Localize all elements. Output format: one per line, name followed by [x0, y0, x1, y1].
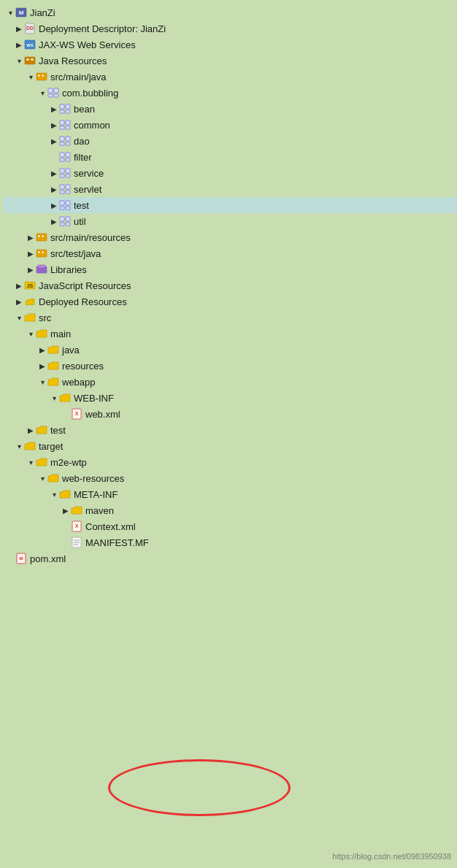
svg-rect-16 [60, 104, 64, 109]
label-src-test-java: src/test/java [50, 248, 101, 259]
tree-item-context-xml[interactable]: ▶ X Context.xml [3, 518, 457, 534]
tree-item-src-main-res[interactable]: ▶ src/main/resources [3, 229, 457, 245]
tree-item-jianz[interactable]: ▾ M JianZi [3, 4, 457, 20]
tree-item-resources-plain[interactable]: ▶ resources [3, 358, 457, 374]
label-meta-inf: META-INF [74, 489, 118, 500]
src-test-java-icon [35, 247, 48, 259]
label-filter: filter [74, 152, 92, 163]
svg-rect-20 [60, 120, 64, 125]
label-src-main-res: src/main/resources [50, 232, 131, 243]
arrow-jax-ws: ▶ [15, 41, 23, 49]
target-icon [23, 440, 37, 452]
tree-item-deploy-desc[interactable]: ▶ DD Deployment Descriptor: JianZi [3, 20, 457, 37]
label-web-xml: web.xml [85, 409, 120, 420]
label-java-plain: java [62, 345, 80, 356]
svg-rect-39 [66, 191, 70, 193]
dao-icon [58, 135, 72, 147]
tree-item-com-bubbling[interactable]: ▾ com.bubbling [3, 85, 457, 101]
label-webapp: webapp [62, 377, 96, 388]
src-main-res-icon [35, 231, 48, 243]
arrow-resources-plain: ▶ [38, 362, 47, 370]
arrow-meta-inf: ▾ [50, 491, 58, 499]
tree-item-js-res[interactable]: ▶ JS JavaScript Resources [3, 277, 457, 293]
tree-item-meta-inf[interactable]: ▾ META-INF [3, 486, 457, 502]
svg-rect-18 [60, 110, 64, 113]
tree-item-pom-xml[interactable]: ▶ M pom.xml [3, 550, 457, 566]
maven-icon [70, 504, 83, 516]
tree-item-web-xml[interactable]: ▶ X web.xml [3, 406, 457, 422]
tree-item-util[interactable]: ▶ util [3, 213, 457, 229]
label-target: target [39, 441, 63, 452]
m2e-wtp-icon [35, 456, 48, 468]
svg-rect-10 [38, 74, 40, 77]
tree-item-src-test-java[interactable]: ▶ src/test/java [3, 245, 457, 261]
svg-text:M: M [19, 9, 24, 16]
com-bubbling-icon [47, 87, 60, 99]
common-icon [58, 119, 72, 131]
pom-xml-icon: M [15, 553, 28, 564]
tree-item-src-main-java[interactable]: ▾ src/main/java [3, 69, 457, 85]
tree-item-service[interactable]: ▶ service [3, 165, 457, 181]
arrow-web-resources: ▾ [38, 475, 47, 483]
label-deployed: Deployed Resources [39, 296, 127, 307]
tree-item-jax-ws[interactable]: ▶ WS JAX-WS Web Services [3, 37, 457, 53]
tree-item-m2e-wtp[interactable]: ▾ m2e-wtp [3, 454, 457, 470]
web-xml-icon: X [70, 408, 83, 420]
arrow-service: ▶ [50, 169, 58, 177]
tree-item-common[interactable]: ▶ common [3, 117, 457, 133]
tree-item-target[interactable]: ▾ target [3, 438, 457, 454]
java-res-icon [23, 55, 37, 66]
label-service: service [74, 168, 104, 179]
tree-item-webapp[interactable]: ▾ webapp [3, 374, 457, 390]
arrow-common: ▶ [50, 121, 58, 129]
tree-item-web-inf[interactable]: ▾ WEB-INF [3, 390, 457, 406]
jax-ws-icon: WS [23, 39, 37, 50]
svg-text:DD: DD [26, 26, 34, 31]
context-xml-icon: X [70, 521, 83, 532]
tree-item-bean[interactable]: ▶ bean [3, 101, 457, 117]
svg-rect-45 [66, 217, 70, 221]
label-jax-ws: JAX-WS Web Services [39, 39, 136, 50]
svg-rect-8 [31, 58, 34, 61]
tree-item-java-plain[interactable]: ▶ java [3, 342, 457, 358]
tree-item-main[interactable]: ▾ main [3, 326, 457, 342]
tree-item-libraries[interactable]: ▶ Libraries [3, 261, 457, 277]
svg-rect-23 [66, 126, 70, 129]
tree-item-dao[interactable]: ▶ dao [3, 133, 457, 149]
tree-item-deployed[interactable]: ▶ Deployed Resources [3, 293, 457, 310]
test-plain-icon [35, 424, 48, 436]
tree-item-test-plain[interactable]: ▶ test [3, 422, 457, 438]
svg-rect-33 [66, 169, 70, 173]
svg-rect-15 [54, 94, 58, 97]
tree-item-filter[interactable]: ▶ filter [3, 149, 457, 165]
tree-item-manifest[interactable]: ▶ MANIFEST.MF [3, 534, 457, 550]
label-com-bubbling: com.bubbling [62, 88, 118, 99]
svg-rect-21 [66, 120, 70, 125]
tree-item-maven[interactable]: ▶ maven [3, 502, 457, 518]
arrow-maven: ▶ [61, 507, 70, 515]
label-manifest: MANIFEST.MF [85, 537, 149, 548]
label-test: test [74, 200, 89, 211]
svg-rect-22 [60, 126, 64, 129]
src-main-java-icon [35, 71, 48, 82]
label-bean: bean [74, 104, 95, 115]
tree-item-src-root[interactable]: ▾ src [3, 310, 457, 326]
svg-rect-26 [60, 142, 64, 145]
svg-rect-35 [66, 174, 70, 177]
svg-rect-29 [66, 153, 70, 157]
tree-item-test[interactable]: ▶ test [3, 197, 457, 213]
libraries-icon [35, 264, 48, 275]
svg-rect-47 [66, 223, 70, 226]
arrow-java-plain: ▶ [38, 346, 47, 354]
tree-item-java-res[interactable]: ▾ Java Resources [3, 53, 457, 69]
svg-rect-17 [66, 104, 70, 109]
svg-rect-37 [66, 185, 70, 189]
svg-rect-32 [60, 169, 64, 173]
tree-item-servlet[interactable]: ▶ servlet [3, 181, 457, 197]
label-src-root: src [39, 312, 51, 323]
svg-text:M: M [20, 556, 23, 561]
arrow-java-res: ▾ [15, 57, 23, 65]
tree-item-web-resources[interactable]: ▾ web-resources [3, 470, 457, 486]
svg-rect-11 [42, 74, 44, 77]
label-common: common [74, 120, 110, 131]
